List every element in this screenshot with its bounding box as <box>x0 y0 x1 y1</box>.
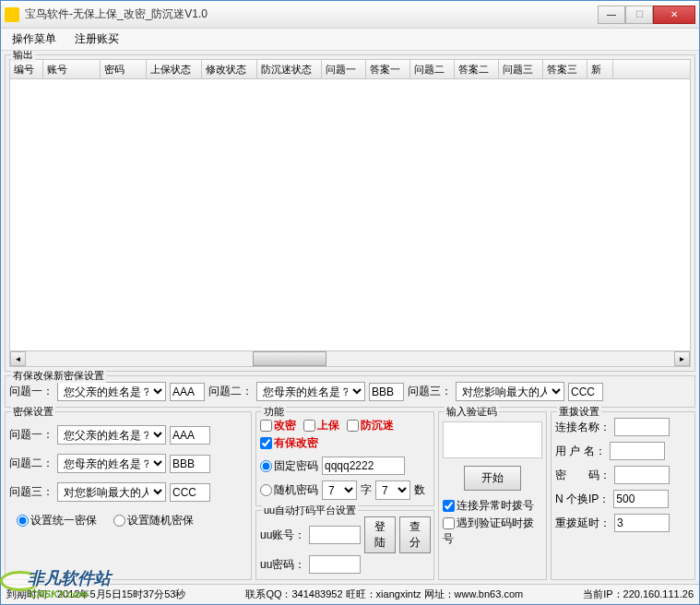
menu-register[interactable]: 注册账买 <box>67 30 126 49</box>
delay-input[interactable] <box>614 514 670 532</box>
col-q1[interactable]: 问题一 <box>322 60 366 78</box>
sq2-select[interactable]: 您母亲的姓名是？ <box>57 454 166 473</box>
conn-pwd-label: 密 码： <box>555 468 611 483</box>
radio-fixed-pwd[interactable]: 固定密码 <box>260 458 318 474</box>
radio-unified-input[interactable] <box>17 515 29 527</box>
function-legend: 功能 <box>262 405 286 419</box>
uu-legend: uu自动打码平台设置 <box>262 504 358 517</box>
nq1-answer[interactable] <box>170 383 205 401</box>
col-q2[interactable]: 问题二 <box>410 60 455 78</box>
col-shangbao[interactable]: 上保状态 <box>147 60 202 78</box>
col-id[interactable]: 编号 <box>10 60 43 78</box>
rnd-sel2[interactable]: 7 <box>375 480 410 500</box>
menu-operations[interactable]: 操作菜单 <box>5 30 64 49</box>
col-a2[interactable]: 答案二 <box>455 60 499 78</box>
conn-user-input[interactable] <box>610 442 665 460</box>
new-security-legend: 有保改保新密保设置 <box>11 369 106 383</box>
scroll-track[interactable] <box>26 351 674 366</box>
app-icon <box>5 7 19 22</box>
status-contact: 联系QQ：341483952 旺旺：xiangxintz 网址：www.bn63… <box>193 587 575 601</box>
col-addiction[interactable]: 防沉迷状态 <box>257 60 322 78</box>
new-security-panel: 有保改保新密保设置 问题一： 您父亲的姓名是？ 问题二： 您母亲的姓名是？ 问题… <box>5 375 695 408</box>
bottom-panels: 密保设置 问题一： 您父亲的姓名是？ 问题二： 您母亲的姓名是？ 问题三： 对您… <box>5 411 695 580</box>
output-legend: 输出 <box>11 51 35 62</box>
maximize-button[interactable]: ☐ <box>625 6 653 24</box>
uu-account-input[interactable] <box>309 526 361 544</box>
nq3-answer[interactable] <box>568 383 603 401</box>
sq1-answer[interactable] <box>170 426 210 445</box>
nq2-select[interactable]: 您母亲的姓名是？ <box>256 382 365 401</box>
menubar: 操作菜单 注册账买 <box>1 29 699 51</box>
security-legend: 密保设置 <box>11 405 55 419</box>
check-haschange[interactable]: 有保改密 <box>260 435 318 451</box>
rnd-zi-label: 字 <box>361 482 372 498</box>
start-button[interactable]: 开始 <box>464 466 521 491</box>
verify-panel: 输入验证码 开始 连接异常时拨号 遇到验证码时拨号 <box>438 411 547 580</box>
conn-user-label: 用 户 名： <box>555 444 606 459</box>
col-q3[interactable]: 问题三 <box>499 60 543 78</box>
sq2-answer[interactable] <box>170 455 210 473</box>
check-addiction[interactable]: 防沉迷 <box>347 418 394 433</box>
window-buttons: — ☐ ✕ <box>598 6 695 24</box>
col-password[interactable]: 密码 <box>101 60 147 78</box>
col-a3[interactable]: 答案三 <box>543 60 587 78</box>
table-header: 编号 账号 密码 上保状态 修改状态 防沉迷状态 问题一 答案一 问题二 答案二… <box>9 59 691 79</box>
radio-random-pwd[interactable]: 随机密码 <box>260 482 318 498</box>
nq3-label: 问题三： <box>408 384 452 399</box>
check-captcha-dial[interactable]: 遇到验证码时拨号 <box>443 516 542 547</box>
rnd-sel1[interactable]: 7 <box>322 480 357 500</box>
nq1-select[interactable]: 您父亲的姓名是？ <box>57 382 166 401</box>
sq2-label: 问题二： <box>9 456 53 471</box>
uu-password-input[interactable] <box>309 555 361 574</box>
function-panel: 功能 改密 上保 防沉迷 有保改密 固定密码 随机密码 <box>255 411 434 506</box>
sq1-select[interactable]: 您父亲的姓名是？ <box>57 425 166 445</box>
content-area: 输出 编号 账号 密码 上保状态 修改状态 防沉迷状态 问题一 答案一 问题二 … <box>1 51 699 584</box>
scroll-thumb[interactable] <box>253 351 326 366</box>
output-panel: 输出 编号 账号 密码 上保状态 修改状态 防沉迷状态 问题一 答案一 问题二 … <box>5 54 695 372</box>
conn-pwd-input[interactable] <box>614 466 670 484</box>
verify-legend: 输入验证码 <box>445 405 499 419</box>
conn-name-input[interactable] <box>614 418 670 436</box>
status-expire: 到期时间：2012年5月5日15时37分53秒 <box>6 587 185 601</box>
nip-input[interactable] <box>613 490 669 508</box>
security-panel: 密保设置 问题一： 您父亲的姓名是？ 问题二： 您母亲的姓名是？ 问题三： 对您… <box>5 411 252 580</box>
conn-name-label: 连接名称： <box>555 420 611 435</box>
radio-random-input[interactable] <box>113 515 125 527</box>
app-window: 宝鸟软件-无保上保_改密_防沉迷V1.0 — ☐ ✕ 操作菜单 注册账买 输出 … <box>0 0 700 605</box>
col-account[interactable]: 账号 <box>43 60 101 78</box>
check-changepwd[interactable]: 改密 <box>260 418 296 433</box>
rnd-shu-label: 数 <box>414 482 425 498</box>
minimize-button[interactable]: — <box>598 6 625 24</box>
titlebar: 宝鸟软件-无保上保_改密_防沉迷V1.0 — ☐ ✕ <box>1 1 699 29</box>
table-body[interactable] <box>9 79 691 351</box>
statusbar: 到期时间：2012年5月5日15时37分53秒 联系QQ：341483952 旺… <box>1 584 699 604</box>
fixed-pwd-input[interactable] <box>322 457 405 475</box>
sq3-answer[interactable] <box>170 483 210 502</box>
captcha-image <box>443 421 542 458</box>
delay-label: 重拨延时： <box>555 516 611 531</box>
nq3-select[interactable]: 对您影响最大的人！ <box>456 382 564 401</box>
radio-unified[interactable]: 设置统一密保 <box>17 513 97 528</box>
sq3-select[interactable]: 对您影响最大的人！ <box>57 482 166 502</box>
horizontal-scrollbar: ◄ ► <box>9 351 691 367</box>
scroll-right-button[interactable]: ► <box>674 351 690 366</box>
uu-query-button[interactable]: 查分 <box>399 516 431 553</box>
nq2-label: 问题二： <box>208 384 253 399</box>
radio-random[interactable]: 设置随机密保 <box>113 513 194 528</box>
window-title: 宝鸟软件-无保上保_改密_防沉迷V1.0 <box>25 6 598 22</box>
nq2-answer[interactable] <box>369 383 404 401</box>
check-shangbao[interactable]: 上保 <box>303 418 339 433</box>
nq1-label: 问题一： <box>9 384 53 399</box>
sq1-label: 问题一： <box>9 427 53 443</box>
scroll-left-button[interactable]: ◄ <box>10 351 26 366</box>
uu-login-button[interactable]: 登陆 <box>364 516 396 553</box>
col-a1[interactable]: 答案一 <box>366 60 410 78</box>
check-conn-dial[interactable]: 连接异常时拨号 <box>443 498 534 514</box>
col-new[interactable]: 新 <box>587 60 613 78</box>
close-button[interactable]: ✕ <box>653 6 695 24</box>
sq3-label: 问题三： <box>9 484 53 500</box>
col-modify[interactable]: 修改状态 <box>202 60 257 78</box>
redial-legend: 重拨设置 <box>557 405 601 419</box>
uu-panel: uu自动打码平台设置 uu账号： 登陆 查分 uu密码： <box>255 510 434 580</box>
uu-pwd-label: uu密码： <box>260 557 305 573</box>
